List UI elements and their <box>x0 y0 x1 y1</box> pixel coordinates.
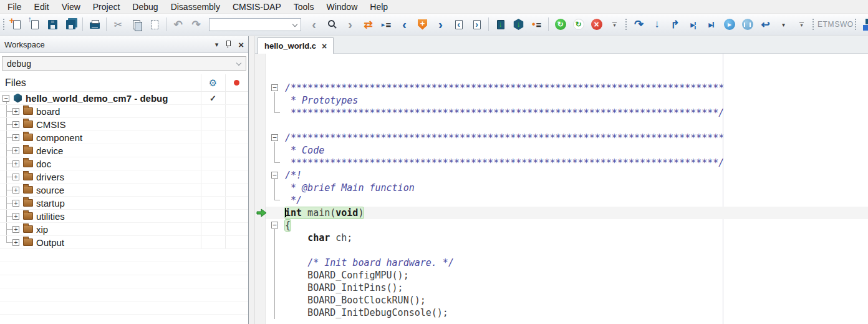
undo-button[interactable] <box>170 16 186 33</box>
new-document-button[interactable] <box>8 16 25 33</box>
breakpoint-gutter-cell[interactable] <box>255 244 266 257</box>
tree-item-utilities[interactable]: +utilities <box>0 210 248 223</box>
breakpoint-gutter-cell[interactable] <box>255 94 266 107</box>
menu-debug[interactable]: Debug <box>126 0 164 14</box>
breakpoint-gutter-cell[interactable] <box>255 132 266 144</box>
expand-box[interactable]: + <box>12 239 19 246</box>
logic-blocks-button[interactable] <box>860 16 868 33</box>
expand-box[interactable]: + <box>12 187 19 194</box>
toggle-breakpoint-button[interactable] <box>414 16 431 33</box>
tree-item-device[interactable]: +device <box>0 144 248 157</box>
break-button[interactable] <box>739 16 756 33</box>
tree-item-drivers[interactable]: +drivers <box>0 170 248 184</box>
breakpoint-gutter-cell[interactable] <box>255 169 266 182</box>
step-over-button[interactable] <box>630 16 647 33</box>
code-area[interactable]: −/**************************************… <box>255 54 868 324</box>
toolbar-overflow-button[interactable] <box>606 16 623 33</box>
expand-box[interactable]: + <box>12 200 19 207</box>
fold-collapse-box[interactable]: − <box>271 172 278 179</box>
breakpoint-gutter-cell[interactable] <box>255 257 266 269</box>
previous-document-button[interactable] <box>450 16 467 33</box>
navigate-back-forward-button[interactable] <box>360 16 377 33</box>
panel-close-button[interactable]: × <box>238 41 244 48</box>
breakpoint-gutter-cell[interactable] <box>255 182 266 194</box>
save-button[interactable] <box>44 16 61 33</box>
paste-button[interactable] <box>146 16 163 33</box>
search-next-button[interactable] <box>342 16 359 33</box>
fold-collapse-box[interactable]: − <box>271 84 278 91</box>
expand-box[interactable]: + <box>12 213 19 220</box>
breakpoint-gutter-cell[interactable] <box>255 82 266 94</box>
tree-item-board[interactable]: +board <box>0 105 248 118</box>
step-out-button[interactable] <box>667 16 683 33</box>
panel-menu-dropdown-icon[interactable]: ▾ <box>215 41 219 49</box>
breakpoint-gutter-cell[interactable] <box>255 232 266 244</box>
download-button[interactable] <box>492 16 509 33</box>
menu-project[interactable]: Project <box>87 0 127 14</box>
tree-item-project[interactable]: −hello_world_demo_cm7 - debug✓ <box>0 92 248 105</box>
menu-window[interactable]: Window <box>320 0 364 14</box>
expand-box[interactable]: + <box>12 134 19 141</box>
tree-item-xip[interactable]: +xip <box>0 223 248 236</box>
reset-button[interactable] <box>757 16 774 33</box>
restart-debugger-button[interactable] <box>552 16 569 33</box>
tree-item-startup[interactable]: +startup <box>0 197 248 210</box>
breakpoint-gutter-cell[interactable] <box>255 194 266 207</box>
toolbar-overflow-button[interactable] <box>793 16 810 33</box>
save-all-button[interactable] <box>62 16 79 33</box>
tree-item-component[interactable]: +component <box>0 131 248 144</box>
configuration-dropdown[interactable]: debug <box>2 56 246 71</box>
breakpoint-gutter-cell[interactable] <box>255 307 266 319</box>
breakpoint-gutter-cell[interactable] <box>255 119 266 132</box>
tree-item-cmsis[interactable]: +CMSIS <box>0 118 248 131</box>
panel-splitter[interactable] <box>249 36 255 324</box>
breakpoint-gutter-cell[interactable] <box>255 144 266 157</box>
menu-disassembly[interactable]: Disassembly <box>165 0 226 14</box>
expand-box[interactable]: + <box>12 160 19 167</box>
next-bookmark-button[interactable] <box>432 16 449 33</box>
debug-without-downloading-button[interactable] <box>528 16 545 33</box>
menu-tools[interactable]: Tools <box>287 0 321 14</box>
quick-search-combobox[interactable] <box>209 18 301 31</box>
breakpoint-gutter-cell[interactable] <box>255 282 266 294</box>
menu-edit[interactable]: Edit <box>28 0 55 14</box>
menu-help[interactable]: Help <box>364 0 394 14</box>
fold-collapse-box[interactable]: − <box>271 222 278 228</box>
go-to-list-button[interactable] <box>378 16 395 33</box>
search-button[interactable] <box>324 16 340 33</box>
tree-item-output[interactable]: +Output <box>0 236 248 249</box>
breakpoint-gutter-cell[interactable] <box>255 157 266 169</box>
expand-box[interactable]: + <box>12 121 19 128</box>
expand-box[interactable]: + <box>12 147 19 154</box>
open-file-button[interactable] <box>26 16 43 33</box>
menu-file[interactable]: File <box>1 0 28 14</box>
tab-close-icon[interactable]: × <box>322 42 327 50</box>
previous-bookmark-button[interactable] <box>396 16 413 33</box>
step-into-button[interactable] <box>649 16 665 33</box>
run-to-cursor-button[interactable] <box>703 16 720 33</box>
reset-options-dropdown[interactable] <box>775 16 792 33</box>
breakpoint-gutter-cell[interactable] <box>255 269 266 282</box>
breakpoint-gutter-cell[interactable] <box>255 294 266 307</box>
cut-button[interactable] <box>110 16 127 33</box>
go-button[interactable] <box>721 16 738 33</box>
menu-cmsis-dap[interactable]: CMSIS-DAP <box>226 0 287 14</box>
breakpoint-gutter-cell[interactable] <box>255 219 266 232</box>
tree-item-doc[interactable]: +doc <box>0 157 248 170</box>
next-statement-button[interactable] <box>685 16 702 33</box>
collapse-box[interactable]: − <box>2 95 9 102</box>
breakpoint-gutter-cell[interactable] <box>255 107 266 119</box>
swo-button[interactable]: SWO <box>836 16 852 33</box>
expand-box[interactable]: + <box>12 226 19 233</box>
tree-item-source[interactable]: +source <box>0 184 248 197</box>
search-previous-button[interactable] <box>306 16 322 33</box>
expand-box[interactable]: + <box>12 108 19 115</box>
print-button[interactable] <box>86 16 103 33</box>
expand-box[interactable]: + <box>12 174 19 180</box>
copy-button[interactable] <box>128 16 145 33</box>
stop-debugger-button[interactable] <box>588 16 605 33</box>
download-and-debug-button[interactable] <box>510 16 527 33</box>
tab-hello-world-c[interactable]: hello_world.c × <box>258 37 334 54</box>
fold-collapse-box[interactable]: − <box>271 134 278 141</box>
next-document-button[interactable] <box>468 16 485 33</box>
